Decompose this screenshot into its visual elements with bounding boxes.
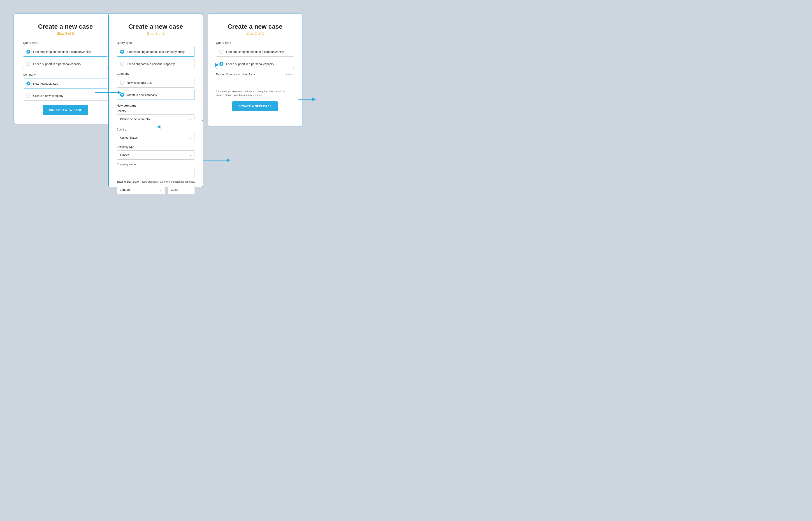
card4-year-input[interactable]: 2020 [168,185,195,194]
card2-title: Create a new case [117,23,195,30]
card1-option1[interactable]: I am enquiring on behalf of a company/en… [23,47,108,56]
card2-company2-label: Create a new company [127,93,157,97]
card2-company1-label: New Techtopia LLC [127,81,152,85]
card1-company1-radio [26,82,30,86]
card3-option2[interactable]: I need support in a personal capacity [216,59,294,69]
card3-step: Step 2 of 2 [216,31,294,36]
card3-option2-radio [219,62,224,66]
card3-create-button[interactable]: CREATE A NEW CASE [232,101,278,111]
card2-option2-radio [120,62,124,66]
card4-company-name-label: Company name [117,163,195,166]
card1-company2[interactable]: Create a new company [23,91,108,101]
card4-trading-hint: New business? Enter the expected launch … [142,180,195,183]
card1-query-type-label: Query Type [23,41,108,44]
card3-optional: Optional [285,73,294,76]
card2-step: Step 2 of 2 [117,31,195,36]
chevron-down-icon: ⌄ [160,188,162,191]
card3-related-label: Related Company or other Party [216,73,255,76]
card4-country-label: Country [117,128,195,131]
card2-company2-radio [120,93,124,97]
card-4: Country United States ⌄ Company type Lim… [108,120,203,187]
card-2: Create a new case Step 2 of 2 Query Type… [108,14,203,127]
card2-option1-label: I am enquiring on behalf of a company/en… [127,50,185,53]
card2-option1-radio [120,50,124,54]
card1-company2-label: Create a new company [33,94,64,97]
card4-company-type-value: Limited [120,153,130,157]
card2-company-label: Company [117,72,195,75]
card4-trading-label: Trading Start Date [117,180,139,183]
card3-related-input[interactable] [216,78,294,87]
card1-option2-label: I need support in a personal capacity [33,62,81,66]
card1-company1-label: New Techtopia LLC [33,82,59,85]
card4-company-type-select[interactable]: Limited ⌄ [117,150,195,160]
card4-month-value: January [120,188,131,191]
card1-company-label: Company [23,73,108,76]
card2-option2-label: I need support in a personal capacity [127,62,175,66]
card2-company1-radio [120,81,124,85]
card1-option2-radio [26,62,30,66]
card3-option1-label: I am enquiring on behalf of a company/en… [226,50,284,53]
card3-query-type-label: Query Type [216,41,294,44]
card-3: Create a new case Step 2 of 2 Query Type… [208,14,302,127]
card4-month-select[interactable]: January ⌄ [117,185,165,194]
card2-company1[interactable]: New Techtopia LLC [117,78,195,88]
card3-title: Create a new case [216,23,294,30]
card4-country-value: United States [120,136,138,139]
card1-option2[interactable]: I need support in a personal capacity [23,59,108,69]
card2-country-label: Country [117,110,195,113]
arrow-4-right [203,158,230,162]
card4-country-select[interactable]: United States ⌄ [117,133,195,142]
card3-option1-radio [219,50,224,54]
card1-company2-radio [26,94,30,98]
chevron-down-icon: ⌄ [189,154,191,157]
card1-option1-label: I am enquiring on behalf of a company/en… [33,50,91,53]
card2-option1[interactable]: I am enquiring on behalf of a company/en… [117,47,195,56]
card1-create-button[interactable]: CREATE A NEW CASE [43,105,89,115]
card3-hint: If the case pertains to an entity or com… [216,89,294,97]
chevron-down-icon: ⌄ [189,136,191,139]
card2-option2[interactable]: I need support in a personal capacity [117,59,195,69]
card2-new-company-label: New company [117,104,195,107]
card1-option1-radio [26,50,30,54]
card1-step: Step 2 of 2 [23,31,108,36]
card-1: Create a new case Step 2 of 2 Query Type… [14,14,117,124]
card2-query-type-label: Query Type [117,41,195,44]
card1-company1[interactable]: New Techtopia LLC [23,78,108,89]
card3-option2-label: I need support in a personal capacity [226,62,274,66]
card2-company2[interactable]: Create a new company [117,90,195,100]
card4-company-name-input[interactable] [117,168,195,177]
card3-option1[interactable]: I am enquiring on behalf of a company/en… [216,47,294,56]
card4-company-type-label: Company type [117,145,195,149]
card1-title: Create a new case [23,23,108,30]
